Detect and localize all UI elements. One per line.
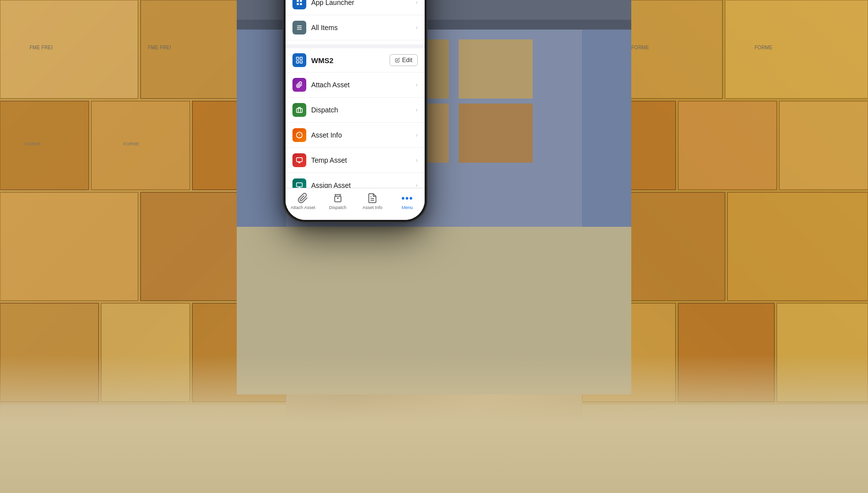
svg-rect-60	[296, 108, 302, 112]
temp-asset-label: Temp Asset	[311, 156, 416, 164]
asset-info-item[interactable]: Asset Info ›	[286, 123, 425, 148]
svg-rect-67	[296, 183, 302, 187]
attach-asset-item[interactable]: Attach Asset ›	[286, 72, 425, 98]
svg-rect-64	[296, 158, 302, 162]
svg-rect-57	[300, 57, 302, 60]
all-items-item[interactable]: All Items ›	[286, 15, 425, 40]
temp-asset-icon	[292, 153, 306, 167]
assign-asset-label: Assign Asset	[311, 181, 416, 188]
bottom-nav-asset-info-icon	[366, 192, 378, 204]
svg-rect-4	[91, 101, 190, 190]
bottom-nav-attach-asset-label: Attach Asset	[290, 205, 315, 210]
svg-text:FME FREI: FME FREI	[148, 45, 171, 50]
phone-container: Menu	[284, 0, 441, 242]
bottom-nav-dispatch-icon	[332, 192, 344, 204]
svg-rect-52	[300, 3, 302, 5]
bottom-nav-menu-icon: •••	[401, 192, 413, 204]
svg-rect-3	[0, 101, 89, 190]
svg-text:FME FREI: FME FREI	[30, 45, 53, 50]
svg-rect-20	[678, 101, 777, 190]
assign-asset-chevron: ›	[416, 182, 418, 188]
temp-asset-chevron: ›	[416, 157, 418, 164]
dispatch-item[interactable]: Dispatch ›	[286, 98, 425, 123]
svg-rect-40	[459, 104, 533, 163]
svg-rect-49	[297, 0, 299, 2]
edit-label: Edit	[402, 57, 412, 64]
attach-asset-label: Attach Asset	[311, 81, 416, 89]
bottom-nav-dispatch[interactable]: Dispatch	[321, 192, 356, 210]
app-launcher-section: App Launcher › All Items	[286, 0, 425, 40]
svg-rect-18	[725, 0, 868, 99]
wms2-section: WMS2 Edit	[286, 48, 425, 188]
app-launcher-icon	[292, 0, 306, 9]
asset-info-icon	[292, 128, 306, 142]
phone-frame: Menu	[284, 0, 427, 222]
list-separator-1	[286, 44, 425, 48]
warehouse-floor	[0, 355, 868, 493]
attach-asset-chevron: ›	[416, 81, 418, 88]
bottom-nav-dispatch-label: Dispatch	[329, 205, 346, 210]
dispatch-label: Dispatch	[311, 106, 416, 114]
wms2-icon	[292, 53, 306, 67]
svg-rect-6	[0, 192, 138, 301]
assign-asset-item[interactable]: Assign Asset ›	[286, 173, 425, 188]
svg-text:FORME: FORME	[25, 141, 41, 146]
app-launcher-item[interactable]: App Launcher ›	[286, 0, 425, 15]
dispatch-icon	[292, 103, 306, 117]
dispatch-chevron: ›	[416, 106, 418, 113]
svg-rect-59	[300, 61, 302, 63]
svg-rect-50	[300, 0, 302, 2]
svg-rect-23	[727, 192, 868, 301]
svg-rect-51	[297, 3, 299, 5]
bottom-nav-attach-asset-icon	[297, 192, 309, 204]
svg-text:FORME: FORME	[755, 45, 772, 50]
svg-rect-58	[296, 61, 299, 63]
bottom-nav-asset-info-label: Asset Info	[362, 205, 382, 210]
all-items-chevron: ›	[416, 24, 418, 31]
app-content: Menu	[286, 0, 425, 220]
assign-asset-icon	[292, 178, 306, 188]
bottom-nav-asset-info[interactable]: Asset Info	[355, 192, 390, 210]
bottom-nav-menu-label: Menu	[401, 205, 413, 210]
menu-list: App Launcher › All Items	[286, 0, 425, 188]
bottom-nav: Attach Asset Dispatch	[286, 188, 425, 220]
app-launcher-chevron: ›	[416, 0, 418, 6]
svg-rect-37	[459, 39, 533, 99]
all-items-label: All Items	[311, 24, 416, 32]
phone-screen: Menu	[286, 0, 425, 220]
asset-info-chevron: ›	[416, 132, 418, 139]
svg-rect-56	[296, 57, 299, 60]
edit-button[interactable]: Edit	[390, 54, 418, 66]
attach-asset-icon	[292, 78, 306, 92]
wms2-label: WMS2	[311, 56, 390, 65]
temp-asset-item[interactable]: Temp Asset ›	[286, 148, 425, 173]
all-items-icon	[292, 21, 306, 35]
svg-rect-21	[779, 101, 868, 190]
wms2-header: WMS2 Edit	[286, 48, 425, 72]
svg-text:FORME: FORME	[123, 141, 140, 146]
svg-text:FORME: FORME	[631, 45, 649, 50]
app-launcher-label: App Launcher	[311, 0, 416, 6]
bottom-nav-menu[interactable]: ••• Menu	[390, 192, 425, 210]
svg-rect-1	[0, 0, 138, 99]
asset-info-label: Asset Info	[311, 131, 416, 139]
bottom-nav-attach-asset[interactable]: Attach Asset	[286, 192, 321, 210]
